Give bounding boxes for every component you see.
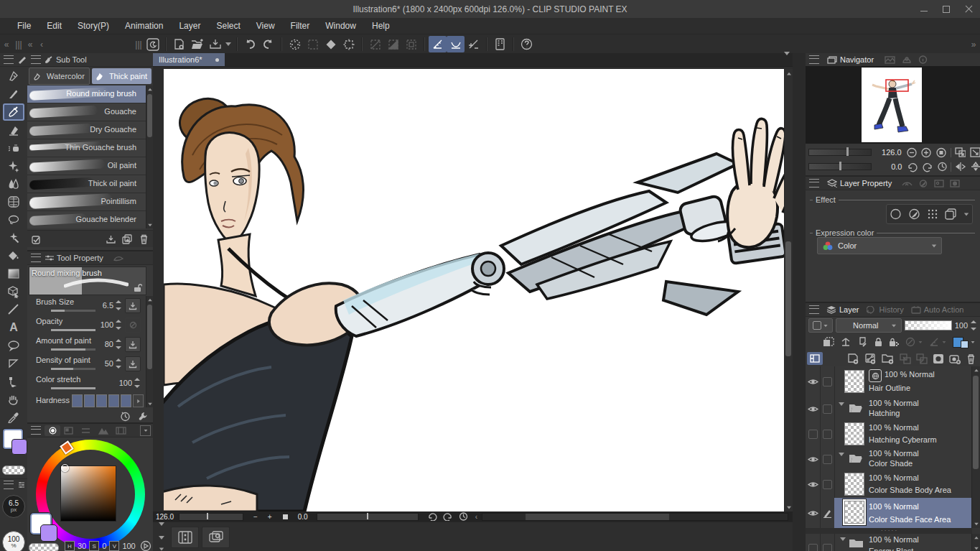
selection-border-button[interactable] xyxy=(366,36,384,52)
layer-property-menu-icon[interactable] xyxy=(809,179,819,187)
redo-button[interactable] xyxy=(259,36,277,52)
layer-row-hair-outline[interactable]: 100 % Normal Hair Outline xyxy=(806,366,972,398)
tool-property-scrollbar[interactable] xyxy=(146,296,153,407)
blend-tool[interactable] xyxy=(3,175,24,193)
object-tool[interactable] xyxy=(3,283,24,300)
nav-zoom-in-icon[interactable] xyxy=(920,147,932,158)
color-wheel-tab[interactable] xyxy=(45,425,60,436)
visibility-eye-icon[interactable] xyxy=(806,420,821,448)
rotate-right-icon[interactable] xyxy=(443,512,453,521)
layer-row-color-shade-face[interactable]: 100 % Normal Color Shade Face Area xyxy=(806,498,972,529)
amount-dynamics-button[interactable] xyxy=(125,337,141,352)
zoom-in-icon[interactable]: + xyxy=(268,513,272,521)
draft-layer-icon[interactable] xyxy=(857,337,868,347)
effect-dropdown-icon[interactable] xyxy=(964,213,969,216)
navigator-menu-icon[interactable] xyxy=(809,55,819,64)
deselect-button[interactable] xyxy=(286,36,304,52)
color-mixing-icon[interactable] xyxy=(140,540,151,551)
information-tab-icon[interactable] xyxy=(918,55,928,64)
document-tab[interactable]: Illustration6* xyxy=(153,53,225,66)
menu-view[interactable]: View xyxy=(248,21,283,31)
nav-rotate-right-icon[interactable] xyxy=(922,162,933,172)
brush-list-scrollbar[interactable] xyxy=(146,85,153,228)
visibility-eye-icon[interactable] xyxy=(806,366,821,397)
open-file-button[interactable] xyxy=(188,36,206,52)
clip-to-layer-below-icon[interactable] xyxy=(823,337,834,347)
create-layer-mask-icon[interactable] xyxy=(933,353,944,364)
layer-row-hatching-cyberarm[interactable]: 100 % Normal Hatching Cyberarm xyxy=(806,420,972,448)
expand-selection-button[interactable] xyxy=(340,36,358,52)
opacity-dynamics-button[interactable] xyxy=(125,318,141,333)
menu-help[interactable]: Help xyxy=(364,21,398,31)
layer-color-icon[interactable] xyxy=(953,336,976,348)
fill-selection-button[interactable] xyxy=(384,36,402,52)
hardness-level-control[interactable] xyxy=(72,394,144,407)
lower-list-scrollbar[interactable] xyxy=(971,534,980,551)
saturation-value-square[interactable] xyxy=(60,466,116,522)
snap-to-ruler-button[interactable] xyxy=(429,36,447,52)
import-sub-tool-icon[interactable] xyxy=(106,234,116,244)
value-value[interactable]: 100 xyxy=(122,542,135,550)
menu-edit[interactable]: Edit xyxy=(39,21,70,31)
layer-check-box[interactable] xyxy=(820,534,835,551)
slider-settings-icon[interactable] xyxy=(17,481,26,489)
sub-color-swatch[interactable] xyxy=(11,439,27,455)
auto-action-tab[interactable]: Auto Action xyxy=(907,303,968,316)
border-effect-tab-icon[interactable] xyxy=(950,180,960,187)
visibility-eye-icon[interactable] xyxy=(806,448,821,471)
help-button[interactable] xyxy=(518,36,536,52)
lock-transparent-pixel-icon[interactable] xyxy=(889,337,900,347)
balloon-tool[interactable] xyxy=(3,337,24,354)
apply-mask-icon[interactable] xyxy=(949,353,961,364)
save-button[interactable] xyxy=(206,36,224,52)
list-splitter[interactable]: · · · · · xyxy=(806,528,972,534)
layer-thumbnail[interactable] xyxy=(844,473,864,496)
nav-flip-horizontal-icon[interactable] xyxy=(955,162,966,172)
expression-color-dropdown[interactable]: Color xyxy=(817,237,942,254)
history-tab[interactable]: History xyxy=(863,303,907,316)
layer-color-effect-icon[interactable] xyxy=(945,208,957,220)
quick-access-menu-icon[interactable] xyxy=(4,481,14,489)
eraser-tool[interactable] xyxy=(3,121,24,139)
correct-line-tool[interactable] xyxy=(3,373,24,390)
reselect-button[interactable] xyxy=(304,36,322,52)
hand-tool[interactable] xyxy=(3,391,24,408)
new-canvas-button[interactable] xyxy=(170,36,188,52)
layer-opacity-slider[interactable] xyxy=(905,320,952,330)
liquify-tool[interactable] xyxy=(3,193,24,210)
canvas-rotation-slider[interactable] xyxy=(317,513,419,521)
sv-marker[interactable] xyxy=(61,464,69,472)
new-layer-folder-icon[interactable] xyxy=(882,353,895,364)
reset-rotation-icon[interactable] xyxy=(459,512,468,521)
folder-expand-icon[interactable] xyxy=(840,541,846,551)
nav-flip-vertical-icon[interactable] xyxy=(971,162,980,172)
layer-opacity-value[interactable]: 100 xyxy=(955,321,968,330)
saturation-value[interactable]: 0 xyxy=(102,542,106,550)
sub-color-swatch-panel[interactable] xyxy=(40,524,57,542)
layer-check-box[interactable] xyxy=(820,471,835,498)
animation-cel-tab-icon[interactable] xyxy=(902,180,913,187)
brush-item-oil-paint[interactable]: Oil paint xyxy=(27,157,146,175)
layer-opacity-spinner[interactable] xyxy=(971,320,977,330)
minimize-button[interactable] xyxy=(920,5,928,13)
brush-size-slider[interactable] xyxy=(51,310,95,312)
navigator-rotation-slider[interactable] xyxy=(808,163,872,170)
sub-view-tab-icon[interactable] xyxy=(885,56,895,64)
tool-property-menu-icon[interactable] xyxy=(31,254,41,262)
figure-tool[interactable] xyxy=(3,301,24,318)
opacity-indicator[interactable]: 100 % xyxy=(2,531,25,551)
brush-size-spinner[interactable] xyxy=(116,300,122,310)
layer-panel-menu-icon[interactable] xyxy=(809,305,819,314)
opacity-spinner[interactable] xyxy=(116,320,122,330)
pen-tool[interactable] xyxy=(3,68,24,85)
menu-story[interactable]: Story(P) xyxy=(70,21,117,31)
brush-item-dry-gouache[interactable]: Dry Gouache xyxy=(27,121,146,139)
prop-value[interactable]: 100 xyxy=(119,379,132,387)
color-panel-menu-icon[interactable] xyxy=(31,426,41,435)
color-stretch-slider[interactable] xyxy=(51,387,95,389)
layer-check-box[interactable] xyxy=(820,448,835,471)
palette-color-chip[interactable] xyxy=(808,318,833,333)
navigator-zoom-slider[interactable] xyxy=(808,149,872,156)
canvas-vscrollbar[interactable] xyxy=(784,69,793,511)
brush-item-gouache-blender[interactable]: Gouache blender xyxy=(27,211,146,228)
